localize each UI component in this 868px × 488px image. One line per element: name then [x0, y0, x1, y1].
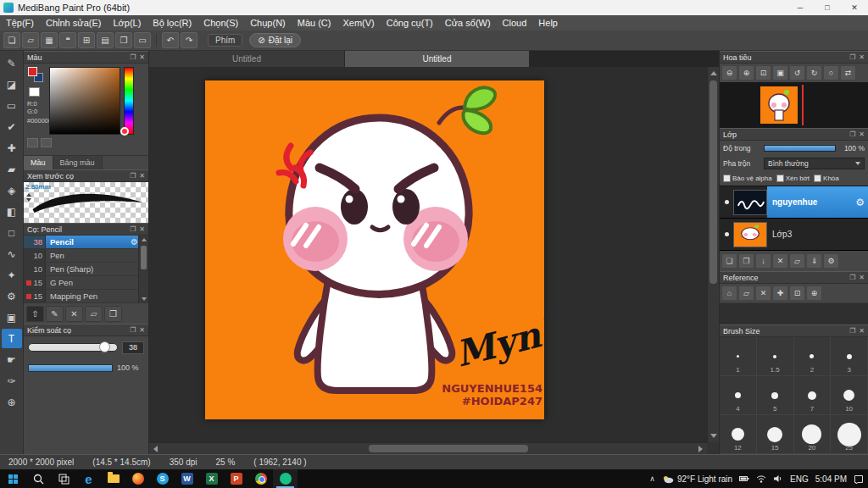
layer-row-lop3[interactable]: Lớp3: [720, 219, 868, 251]
operation-tool[interactable]: ⚙: [2, 286, 22, 306]
menu-item-mau[interactable]: Màu (C): [292, 15, 337, 30]
brush-size-slider[interactable]: [28, 343, 118, 352]
tab-bang-mau[interactable]: Bảng màu: [53, 156, 103, 169]
text-tool[interactable]: T: [2, 329, 22, 348]
ref-fit-button[interactable]: ⊡: [789, 286, 805, 301]
nav-rotate-left-button[interactable]: ↺: [789, 65, 805, 80]
brush-size-slider-knob[interactable]: [99, 341, 110, 352]
ref-zoom-button[interactable]: ⊕: [806, 286, 822, 301]
brush-size-option[interactable]: 7: [794, 376, 832, 415]
layer-settings-button[interactable]: ⚙: [823, 253, 839, 269]
menu-item-help[interactable]: Help: [532, 15, 564, 30]
nav-zoom-out-button[interactable]: ⊖: [721, 65, 737, 80]
hue-bar[interactable]: [124, 67, 134, 135]
brush-delete-button[interactable]: ✕: [65, 306, 83, 322]
select-mode-button[interactable]: ▭: [134, 32, 151, 48]
taskbar-icon-excel[interactable]: X: [199, 469, 224, 488]
brush-row-g-pen[interactable]: 15 G Pen: [24, 276, 148, 290]
hue-marker[interactable]: [120, 127, 129, 136]
close-panel-icon[interactable]: ✕: [139, 326, 145, 334]
marquee-tool[interactable]: ▰: [2, 159, 22, 179]
search-button[interactable]: [25, 469, 51, 488]
close-panel-icon[interactable]: ✕: [139, 53, 145, 61]
secondary-color-swatch[interactable]: [29, 87, 40, 97]
notification-icon[interactable]: [854, 474, 864, 484]
lock-checkbox[interactable]: Khóa: [814, 175, 839, 182]
lasso-tool[interactable]: ∿: [2, 244, 22, 263]
close-panel-icon[interactable]: ✕: [859, 53, 865, 61]
taskbar-icon-explorer[interactable]: [101, 469, 125, 488]
document-tab-1[interactable]: Untitled: [149, 51, 345, 67]
float-panel-icon[interactable]: ❐: [849, 53, 855, 61]
menu-item-chinh-sua[interactable]: Chỉnh sửa(E): [40, 15, 107, 30]
brush-edit-button[interactable]: ✎: [46, 306, 64, 322]
layer-visibility-toggle[interactable]: [720, 200, 733, 204]
duplicate-layer-button[interactable]: ❐: [738, 253, 754, 269]
brush-settings-icon[interactable]: ⚙: [131, 237, 138, 247]
scroll-right-arrow[interactable]: [698, 446, 703, 452]
gradient-tool[interactable]: ◧: [2, 202, 22, 221]
float-panel-icon[interactable]: ❐: [130, 326, 136, 334]
scroll-down-arrow[interactable]: [710, 434, 717, 438]
taskbar-icon-edge[interactable]: e: [76, 469, 101, 488]
brush-size-option[interactable]: 15: [757, 415, 794, 454]
select-dashed-tool[interactable]: □: [2, 223, 22, 242]
reset-button[interactable]: ⊘ Đặt lại: [249, 33, 301, 47]
nav-actual-size-button[interactable]: ▣: [772, 65, 788, 80]
menu-item-cua-so[interactable]: Cửa sổ(W): [439, 15, 497, 30]
nav-flip-button[interactable]: ⇄: [840, 65, 856, 80]
new-layer-button[interactable]: ❏: [721, 253, 737, 269]
close-panel-icon[interactable]: ✕: [139, 172, 145, 180]
close-panel-icon[interactable]: ✕: [859, 327, 865, 335]
foreground-color-swatch[interactable]: [28, 67, 37, 76]
move-tool[interactable]: ✚: [2, 138, 22, 158]
redo-button[interactable]: ↷: [181, 32, 198, 48]
float-panel-icon[interactable]: ❐: [849, 274, 855, 281]
layer-settings-icon[interactable]: ⚙: [855, 197, 865, 208]
brush-row-pencil[interactable]: 38 Pencil ⚙: [24, 236, 148, 249]
layer-visibility-toggle[interactable]: [720, 232, 733, 236]
brush-folder-button[interactable]: ▱: [85, 306, 103, 322]
nav-rotate-right-button[interactable]: ↻: [806, 65, 822, 80]
material-button[interactable]: ⊞: [78, 32, 95, 48]
float-panel-icon[interactable]: ❐: [130, 53, 136, 61]
brush-size-option[interactable]: 2: [794, 337, 832, 376]
drawing-canvas[interactable]: Mynh NGUYENHUE154 #HOIDAP247: [205, 80, 544, 419]
ref-pin-button[interactable]: ⌂: [721, 286, 737, 301]
float-panel-icon[interactable]: ❐: [130, 172, 136, 180]
transfer-layer-button[interactable]: ↓: [755, 253, 771, 269]
brush-size-option[interactable]: 10: [831, 376, 868, 415]
scrollbar-thumb[interactable]: [369, 445, 528, 452]
eyedropper-tool[interactable]: ✑: [2, 371, 22, 391]
close-panel-icon[interactable]: ✕: [859, 130, 865, 138]
tray-expand-button[interactable]: ∧: [649, 474, 655, 483]
brush-up-button[interactable]: ⇧: [26, 306, 44, 322]
brush-size-option[interactable]: 5: [757, 376, 794, 415]
volume-icon[interactable]: [773, 474, 783, 483]
brush-row-pen[interactable]: 10 Pen: [24, 249, 148, 263]
snapshot-button[interactable]: ❐: [115, 32, 132, 48]
tab-mau[interactable]: Màu: [24, 156, 53, 169]
taskbar-icon-medibang[interactable]: [273, 469, 298, 488]
saturation-brightness-picker[interactable]: [49, 67, 120, 135]
menu-item-tep[interactable]: Tệp(F): [0, 15, 40, 30]
brush-opacity-slider[interactable]: [28, 364, 113, 372]
float-panel-icon[interactable]: ❐: [130, 225, 136, 233]
taskbar-icon-firefox[interactable]: [125, 469, 150, 488]
merge-layer-button[interactable]: ⇓: [806, 253, 822, 269]
menu-item-lop[interactable]: Lớp(L): [107, 15, 147, 30]
close-panel-icon[interactable]: ✕: [859, 274, 865, 281]
language-indicator[interactable]: ENG: [790, 474, 809, 484]
menu-item-bo-loc[interactable]: Bộ lọc(R): [147, 15, 198, 30]
bucket-tool[interactable]: ◈: [2, 180, 22, 200]
picker-mode-button[interactable]: [27, 138, 38, 147]
protect-alpha-checkbox[interactable]: Bảo vệ alpha: [723, 175, 772, 182]
zoom-tool[interactable]: ⊕: [2, 392, 22, 412]
scroll-down-arrow[interactable]: [142, 297, 147, 301]
save-file-button[interactable]: ▦: [41, 32, 58, 48]
brush-row-pen-sharp[interactable]: 10 Pen (Sharp): [24, 263, 148, 276]
brush-size-option[interactable]: 20: [794, 415, 832, 454]
scrollbar-thumb[interactable]: [141, 246, 147, 269]
maximize-button[interactable]: □: [814, 0, 841, 15]
menu-item-xem[interactable]: Xem(V): [337, 15, 380, 30]
